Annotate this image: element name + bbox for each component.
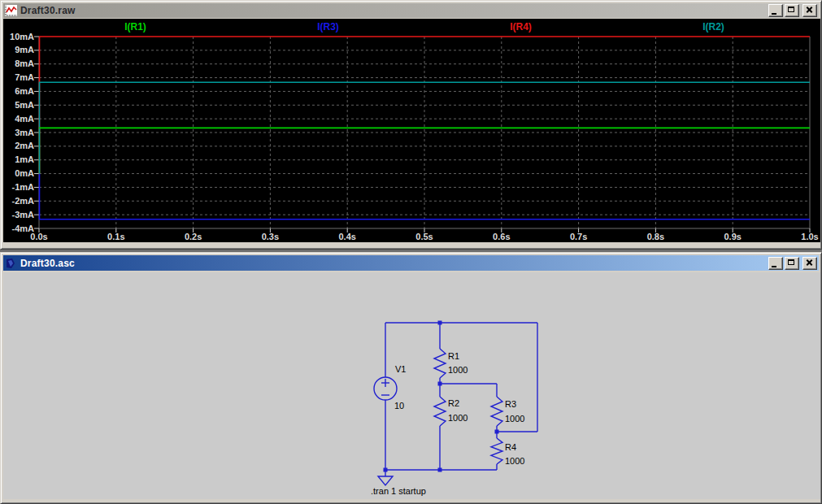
legend-trace-label[interactable]: I(R1) [124,21,146,33]
waveform-icon[interactable] [5,5,17,16]
schematic-icon[interactable] [5,258,17,269]
component-ref-label[interactable]: R3 [505,399,516,409]
component-ref-label[interactable]: R4 [505,442,516,452]
component-value-label[interactable]: 1000 [448,413,468,423]
y-axis-tick-label[interactable]: 7mA [1,72,34,83]
y-axis-tick-label[interactable]: -3mA [1,210,34,220]
component-R2[interactable] [434,397,446,426]
y-axis-tick-label[interactable]: -2mA [1,196,34,206]
ground-symbol[interactable] [378,476,393,485]
maximize-button[interactable] [785,257,799,270]
waveform-window: Draft30.raw 10mA9mA8mA7mA6mA5mA4mA3mA2mA… [0,0,822,250]
x-axis-tick-label[interactable]: 0.5s [415,232,433,242]
component-R1[interactable] [434,349,446,378]
x-axis-tick-label[interactable]: 0.7s [570,232,587,242]
x-axis-tick-label[interactable]: 0.6s [493,232,510,242]
y-axis-tick-label[interactable]: 3mA [1,128,34,138]
spice-directive[interactable]: .tran 1 startup [371,486,426,496]
y-axis-tick-label[interactable]: -1mA [1,182,34,193]
legend-trace-label[interactable]: I(R4) [510,21,532,33]
component-ref-label[interactable]: R1 [448,351,459,361]
minimize-button[interactable] [768,4,783,17]
component-R4[interactable] [491,438,502,464]
maximize-button[interactable] [785,4,799,17]
wire-junction [495,430,499,434]
schematic-titlebar[interactable]: Draft30.asc [3,255,819,271]
x-axis-tick-label[interactable]: 0.0s [30,232,47,242]
legend-trace-label[interactable]: I(R2) [702,21,724,33]
x-axis-tick-label[interactable]: 0.2s [185,232,202,242]
y-axis-tick-label[interactable]: 10mA [1,32,34,42]
x-axis-tick-label[interactable]: 0.9s [724,232,741,242]
y-axis-tick-label[interactable]: 9mA [1,45,34,55]
schematic-window: Draft30.asc V110R11000R21000R31000R41000… [0,252,822,504]
component-value-label[interactable]: 10 [394,401,404,411]
y-axis-tick-label[interactable]: 0mA [1,168,34,179]
x-axis-tick-label[interactable]: 0.8s [647,232,664,242]
component-ref-label[interactable]: R2 [448,398,459,408]
wire-junction [384,468,388,472]
component-V1[interactable] [374,377,397,400]
minimize-button[interactable] [768,257,783,270]
close-button[interactable] [802,257,817,270]
wire-junction [438,468,442,472]
x-axis-tick-label[interactable]: 0.4s [338,232,355,242]
waveform-plot[interactable] [3,19,820,242]
y-axis-tick-label[interactable]: 8mA [1,59,34,69]
wire-junction [438,321,442,325]
schematic-canvas[interactable] [3,272,820,499]
component-R3[interactable] [491,397,502,426]
y-axis-tick-label[interactable]: 6mA [1,86,34,97]
y-axis-tick-label[interactable]: 2mA [1,141,34,151]
y-axis-tick-label[interactable]: -4mA [1,224,34,234]
component-ref-label[interactable]: V1 [395,364,406,374]
component-value-label[interactable]: 1000 [505,414,524,424]
x-axis-tick-label[interactable]: 0.1s [107,232,124,242]
y-axis-tick-label[interactable]: 5mA [1,100,34,111]
legend-trace-label[interactable]: I(R3) [317,21,339,33]
x-axis-tick-label[interactable]: 1.0s [801,232,818,242]
component-value-label[interactable]: 1000 [505,456,524,466]
component-value-label[interactable]: 1000 [448,365,468,375]
window-title: Draft30.asc [20,258,765,269]
close-button[interactable] [802,4,817,17]
waveform-titlebar[interactable]: Draft30.raw [3,3,819,18]
window-title: Draft30.raw [20,5,765,16]
y-axis-tick-label[interactable]: 1mA [1,154,34,165]
x-axis-tick-label[interactable]: 0.3s [262,232,279,242]
wire-junction [438,382,442,386]
desktop: { "plot_window": { "title": "Draft30.raw… [0,0,822,504]
y-axis-tick-label[interactable]: 4mA [1,114,34,124]
